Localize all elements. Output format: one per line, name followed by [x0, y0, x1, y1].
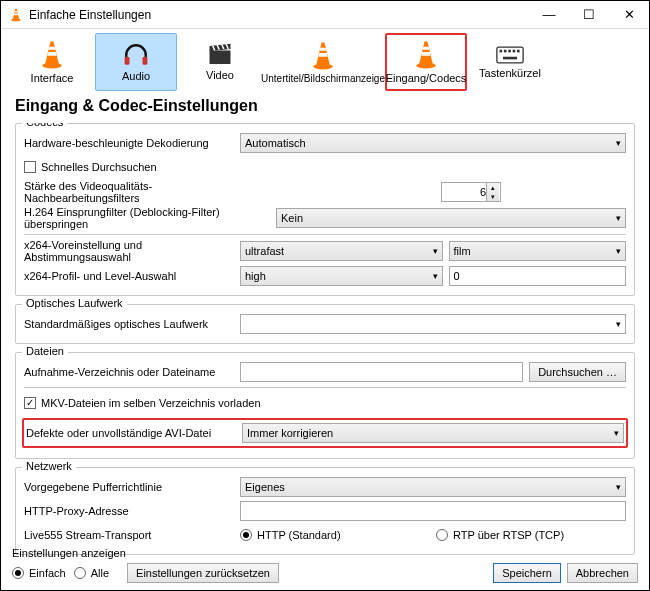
- http-radio[interactable]: HTTP (Standard): [240, 529, 430, 541]
- tab-label: Interface: [31, 72, 74, 84]
- minimize-button[interactable]: —: [529, 1, 569, 29]
- all-radio[interactable]: Alle: [74, 567, 109, 579]
- postprocess-label: Stärke des Videoqualitäts-Nachbearbeitun…: [24, 180, 254, 204]
- radio-icon: [240, 529, 252, 541]
- page-heading: Eingang & Codec-Einstellungen: [1, 93, 649, 123]
- cone-icon: [309, 41, 337, 71]
- tab-label: Eingang/Codecs: [386, 72, 467, 84]
- browse-button[interactable]: Durchsuchen …: [529, 362, 626, 382]
- clapper-icon: [206, 43, 234, 67]
- separator: [24, 387, 626, 388]
- app-icon: [9, 8, 23, 22]
- keyboard-icon: [496, 45, 524, 65]
- tab-video[interactable]: Video: [179, 33, 261, 91]
- tab-interface[interactable]: Interface: [11, 33, 93, 91]
- mkv-checkbox[interactable]: ✓MKV-Dateien im selben Verzeichnis vorla…: [24, 397, 261, 409]
- proxy-label: HTTP-Proxy-Adresse: [24, 505, 234, 517]
- avifix-select[interactable]: Immer korrigieren: [242, 423, 624, 443]
- proxy-input[interactable]: [240, 501, 626, 521]
- footer: Einstellungen anzeigen Einfach Alle Eins…: [0, 541, 650, 591]
- tab-label: Untertitel/Bildschirmanzeige: [261, 73, 385, 84]
- tab-label: Audio: [122, 70, 150, 82]
- group-files: Dateien Aufnahme-Verzeichnis oder Datein…: [15, 352, 635, 459]
- h264skip-select[interactable]: Kein: [276, 208, 626, 228]
- tab-subtitles[interactable]: Untertitel/Bildschirmanzeige: [263, 33, 383, 91]
- maximize-button[interactable]: ☐: [569, 1, 609, 29]
- cache-select[interactable]: Eigenes: [240, 477, 626, 497]
- reset-button[interactable]: Einstellungen zurücksetzen: [127, 563, 279, 583]
- highlighted-setting: Defekte oder unvollständige AVI-DateiImm…: [22, 418, 628, 448]
- tab-input-codecs[interactable]: Eingang/Codecs: [385, 33, 467, 91]
- cache-label: Vorgegebene Pufferrichtlinie: [24, 481, 234, 493]
- hwdecode-select[interactable]: Automatisch: [240, 133, 626, 153]
- optical-select[interactable]: [240, 314, 626, 334]
- x264profile-select[interactable]: high: [240, 266, 443, 286]
- checkbox-icon: [24, 161, 36, 173]
- record-label: Aufnahme-Verzeichnis oder Dateiname: [24, 366, 234, 378]
- x264preset-select[interactable]: ultrafast: [240, 241, 443, 261]
- tab-label: Video: [206, 69, 234, 81]
- optical-label: Standardmäßiges optisches Laufwerk: [24, 318, 234, 330]
- tab-audio[interactable]: Audio: [95, 33, 177, 91]
- live555-label: Live555 Stream-Transport: [24, 529, 234, 541]
- radio-icon: [436, 529, 448, 541]
- simple-radio[interactable]: Einfach: [12, 567, 66, 579]
- group-title: Codecs: [22, 123, 67, 128]
- postprocess-spinner[interactable]: 6: [441, 182, 501, 202]
- close-button[interactable]: ✕: [609, 1, 649, 29]
- group-title: Netzwerk: [22, 460, 76, 472]
- fastseek-checkbox[interactable]: Schnelles Durchsuchen: [24, 161, 157, 173]
- checkbox-icon: ✓: [24, 397, 36, 409]
- cancel-button[interactable]: Abbrechen: [567, 563, 638, 583]
- rtp-radio[interactable]: RTP über RTSP (TCP): [436, 529, 626, 541]
- separator: [24, 234, 626, 235]
- hwdecode-label: Hardware-beschleunigte Dekodierung: [24, 137, 234, 149]
- tab-label: Tastenkürzel: [479, 67, 541, 79]
- tab-hotkeys[interactable]: Tastenkürzel: [469, 33, 551, 91]
- group-codecs: Codecs Hardware-beschleunigte Dekodierun…: [15, 123, 635, 296]
- x264tune-select[interactable]: film: [449, 241, 626, 261]
- show-settings-label: Einstellungen anzeigen: [12, 547, 126, 559]
- group-title: Dateien: [22, 345, 68, 357]
- group-optical: Optisches Laufwerk Standardmäßiges optis…: [15, 304, 635, 344]
- window-title: Einfache Einstellungen: [29, 8, 529, 22]
- avifix-label: Defekte oder unvollständige AVI-Datei: [26, 427, 236, 439]
- cone-icon: [38, 40, 66, 70]
- x264profile-label: x264-Profil- und Level-Auswahl: [24, 270, 234, 282]
- save-button[interactable]: Speichern: [493, 563, 561, 583]
- radio-icon: [12, 567, 24, 579]
- h264skip-label: H.264 Einsprungfilter (Deblocking-Filter…: [24, 206, 270, 230]
- cone-icon: [412, 40, 440, 70]
- headphones-icon: [122, 42, 150, 68]
- record-input[interactable]: [240, 362, 523, 382]
- x264preset-label: x264-Voreinstellung und Abstimmungsauswa…: [24, 239, 234, 263]
- radio-icon: [74, 567, 86, 579]
- x264level-input[interactable]: 0: [449, 266, 626, 286]
- group-title: Optisches Laufwerk: [22, 297, 127, 309]
